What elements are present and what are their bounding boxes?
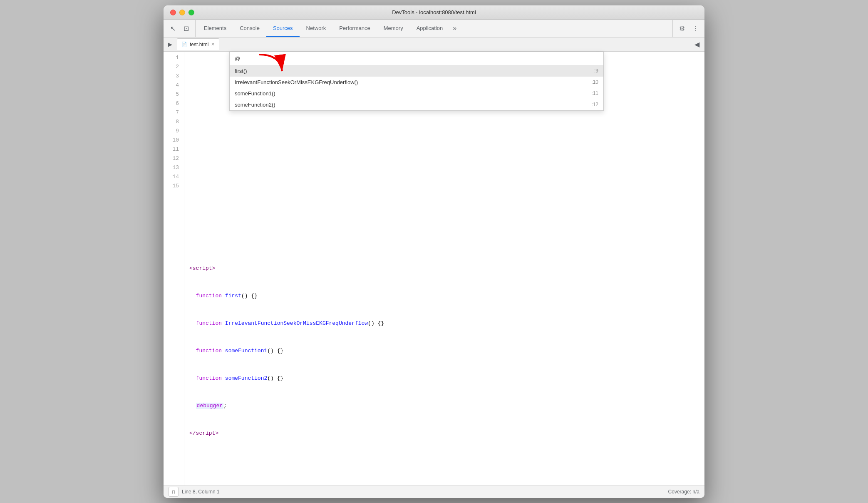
tab-bar: Elements Console Sources Network Perform… <box>197 20 671 37</box>
line-num-5: 5 <box>167 90 179 99</box>
at-symbol: @ <box>235 55 240 62</box>
status-bar: {} Line 8, Column 1 Coverage: n/a <box>164 486 704 498</box>
line-num-14: 14 <box>167 172 179 182</box>
tab-network[interactable]: Network <box>300 20 333 37</box>
line-num-1: 1 <box>167 53 179 62</box>
autocomplete-item-3[interactable]: someFunction2() :12 <box>230 99 603 110</box>
pretty-print-button[interactable]: {} <box>169 487 179 497</box>
devtools-window: DevTools - localhost:8080/test.html ↖ ⊡ … <box>164 5 704 498</box>
file-tab-close[interactable]: ✕ <box>211 42 215 47</box>
code-line-10: function IrrelevantFunctionSeekOrMissEKG… <box>189 319 699 328</box>
autocomplete-item-name-1: IrrelevantFunctionSeekOrMissEKGFreqUnder… <box>235 79 358 85</box>
collapse-panel-button[interactable]: ◀ <box>691 39 703 49</box>
file-tab-test-html[interactable]: 📄 test.html ✕ <box>177 38 219 50</box>
code-line-13: debugger; <box>189 401 699 411</box>
toolbar-right: ⚙ ⋮ <box>672 20 701 37</box>
code-line-4 <box>189 154 699 163</box>
code-line-14: </script> <box>189 429 699 438</box>
toolbar-icons: ↖ ⊡ <box>167 20 196 37</box>
line-num-6: 6 <box>167 99 179 108</box>
traffic-lights <box>170 10 194 15</box>
tab-performance[interactable]: Performance <box>332 20 377 37</box>
status-left: {} Line 8, Column 1 <box>169 487 220 497</box>
devtools-toolbar: ↖ ⊡ Elements Console Sources Network Per… <box>164 20 704 37</box>
line-num-15: 15 <box>167 182 179 191</box>
code-line-11: function someFunction1() {} <box>189 346 699 356</box>
code-line-5 <box>189 182 699 191</box>
autocomplete-item-line-2: :11 <box>591 90 598 96</box>
line-col-status: Line 8, Column 1 <box>182 489 220 495</box>
close-button[interactable] <box>170 10 176 15</box>
autocomplete-item-line-1: :10 <box>591 79 598 85</box>
maximize-button[interactable] <box>188 10 194 15</box>
code-line-3 <box>189 127 699 136</box>
file-tab-name: test.html <box>190 42 208 47</box>
line-num-2: 2 <box>167 62 179 72</box>
line-num-9: 9 <box>167 127 179 136</box>
more-tabs-button[interactable]: » <box>449 20 460 37</box>
coverage-status: Coverage: n/a <box>668 489 699 495</box>
code-line-9: function first() {} <box>189 291 699 301</box>
more-options-icon[interactable]: ⋮ <box>689 22 701 34</box>
file-tabs-bar: ▶ 📄 test.html ✕ ◀ <box>164 37 704 52</box>
autocomplete-item-name-0: first() <box>235 68 247 74</box>
line-num-13: 13 <box>167 163 179 172</box>
window-title: DevTools - localhost:8080/test.html <box>392 9 476 15</box>
minimize-button[interactable] <box>179 10 185 15</box>
autocomplete-item-2[interactable]: someFunction1() :11 <box>230 88 603 99</box>
code-line-15 <box>189 456 699 466</box>
autocomplete-item-0[interactable]: first() :9 <box>230 65 603 77</box>
tab-elements[interactable]: Elements <box>197 20 233 37</box>
tab-console[interactable]: Console <box>233 20 266 37</box>
code-line-12: function someFunction2() {} <box>189 374 699 383</box>
line-num-3: 3 <box>167 72 179 81</box>
autocomplete-item-name-3: someFunction2() <box>235 102 275 108</box>
line-num-12: 12 <box>167 154 179 163</box>
settings-icon[interactable]: ⚙ <box>676 22 688 34</box>
autocomplete-item-1[interactable]: IrrelevantFunctionSeekOrMissEKGFreqUnder… <box>230 77 603 88</box>
tab-application[interactable]: Application <box>410 20 450 37</box>
tab-memory[interactable]: Memory <box>377 20 410 37</box>
code-line-8: <script> <box>189 264 699 273</box>
code-content[interactable]: <script> function first() {} function Ir… <box>184 52 704 486</box>
content-area: ▶ 📄 test.html ✕ ◀ <box>164 37 704 498</box>
line-num-10: 10 <box>167 136 179 145</box>
line-num-8: 8 <box>167 117 179 127</box>
autocomplete-search-bar: @ <box>230 52 603 65</box>
line-num-7: 7 <box>167 108 179 117</box>
code-area-wrapper: @ first() :9 IrrelevantFunctionSeekOrMis… <box>164 52 704 486</box>
code-editor[interactable]: 1 2 3 4 5 6 7 8 9 10 11 12 13 14 15 <box>164 52 704 486</box>
tab-sources[interactable]: Sources <box>266 20 300 37</box>
line-num-11: 11 <box>167 145 179 154</box>
cursor-icon[interactable]: ↖ <box>167 22 179 34</box>
code-line-7 <box>189 237 699 246</box>
file-tab-play-button[interactable]: ▶ <box>165 39 175 49</box>
line-num-4: 4 <box>167 81 179 90</box>
dock-icon[interactable]: ⊡ <box>180 22 192 34</box>
autocomplete-item-line-3: :12 <box>591 102 598 107</box>
autocomplete-item-name-2: someFunction1() <box>235 90 275 97</box>
line-numbers: 1 2 3 4 5 6 7 8 9 10 11 12 13 14 15 <box>164 52 184 486</box>
file-icon: 📄 <box>181 42 187 47</box>
autocomplete-dropdown: @ first() :9 IrrelevantFunctionSeekOrMis… <box>229 52 604 111</box>
title-bar: DevTools - localhost:8080/test.html <box>164 5 704 20</box>
autocomplete-item-line-0: :9 <box>594 68 598 74</box>
code-line-6 <box>189 209 699 218</box>
